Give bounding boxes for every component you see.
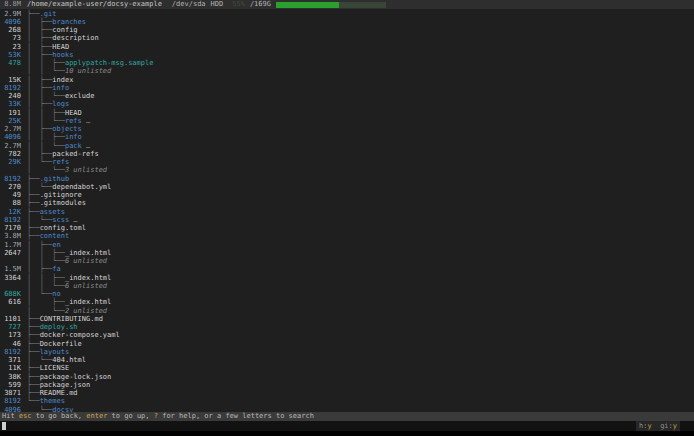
tree-row[interactable]: 1.7M│ ├──en xyxy=(0,241,694,249)
tree-row[interactable]: 46├──Dockerfile xyxy=(0,340,694,348)
tree-branch: │ ├── xyxy=(27,18,52,26)
file-name: _index.html xyxy=(65,298,111,306)
tree-row[interactable]: 2.9M├──.git xyxy=(0,10,694,18)
tree-row[interactable]: 23│ ├──HEAD xyxy=(0,43,694,51)
tree-row[interactable]: 191│ │ ├──HEAD xyxy=(0,109,694,117)
tree-branch: ├── xyxy=(27,191,40,199)
tree-row[interactable]: 25K│ │ └──refs … xyxy=(0,117,694,125)
tree-branch: │ │ └── xyxy=(27,142,65,150)
tree-branch: │ ├── xyxy=(27,241,52,249)
tree-row[interactable]: 3364│ │ ├──_index.html xyxy=(0,274,694,282)
file-size xyxy=(0,166,21,174)
tree-row[interactable]: │ └──2 unlisted xyxy=(0,307,694,315)
file-size: 4096 xyxy=(0,18,21,26)
tree-branch: │ └── xyxy=(27,356,52,364)
tree-branch: │ └── xyxy=(27,307,65,315)
dir-name: .github xyxy=(40,175,70,183)
tree-row[interactable]: 4096│ │ ├──info xyxy=(0,133,694,141)
tree-row[interactable]: 371│ └──404.html xyxy=(0,356,694,364)
unlisted-label: 6 unlisted xyxy=(65,282,107,290)
tree-row[interactable]: 33K│ ├──logs xyxy=(0,100,694,108)
tree-row[interactable]: 38K├──package-lock.json xyxy=(0,373,694,381)
tree-row[interactable]: 2.7M│ ├──objects xyxy=(0,125,694,133)
tree-row[interactable]: 1.5M│ ├──fa xyxy=(0,265,694,273)
tree-row[interactable]: 8192├──.github xyxy=(0,175,694,183)
file-size xyxy=(0,307,21,315)
file-tree: 2.9M├──.git4096│ ├──branches268│ ├──conf… xyxy=(0,9,694,414)
tree-row[interactable]: 478│ │ ├──applypatch-msg.sample xyxy=(0,59,694,67)
status-hint: for help, or a few letters to search xyxy=(158,412,314,420)
file-size: 478 xyxy=(0,59,21,67)
file-size: 8192 xyxy=(0,216,21,224)
dir-name: en xyxy=(52,241,60,249)
tree-row[interactable]: 3871├──README.md xyxy=(0,389,694,397)
tree-row[interactable]: 3.8M├──content xyxy=(0,232,694,240)
file-size: 8192 xyxy=(0,175,21,183)
tree-row[interactable]: 12K├──assets xyxy=(0,208,694,216)
key-hint: enter xyxy=(86,412,107,420)
tree-branch: ├── xyxy=(27,373,40,381)
tree-row[interactable]: 727├──deploy.sh xyxy=(0,323,694,331)
tree-row[interactable]: 29K│ └──refs xyxy=(0,158,694,166)
file-size: 49 xyxy=(0,191,21,199)
file-size: 8192 xyxy=(0,397,21,405)
dir-name: no xyxy=(52,290,60,298)
tree-row[interactable]: 8192│ ├──info xyxy=(0,84,694,92)
tree-branch: │ ├── xyxy=(27,125,52,133)
tree-branch: ├── xyxy=(27,340,40,348)
tree-row[interactable]: 53K│ ├──hooks xyxy=(0,51,694,59)
status-hint: to go back, xyxy=(32,412,87,420)
file-size xyxy=(0,67,21,75)
tree-row[interactable]: │ │ └──6 unlisted xyxy=(0,257,694,265)
tree-row[interactable]: 616│ ├──_index.html xyxy=(0,298,694,306)
truncation-ellipsis: … xyxy=(82,142,90,150)
tree-row[interactable]: 8192│ └──scss … xyxy=(0,216,694,224)
tree-row[interactable]: 4096│ ├──branches xyxy=(0,18,694,26)
tree-row[interactable]: 88├──.gitmodules xyxy=(0,199,694,207)
tree-row[interactable]: │ │ └──6 unlisted xyxy=(0,282,694,290)
unlisted-label: 2 unlisted xyxy=(65,307,107,315)
device-type: HDD xyxy=(211,0,224,9)
header-row[interactable]: 8.8M /home/example-user/docsy-example /d… xyxy=(0,0,694,9)
file-size: 616 xyxy=(0,298,21,306)
file-size: 29K xyxy=(0,158,21,166)
tree-row[interactable]: 782│ ├──packed-refs xyxy=(0,150,694,158)
search-input[interactable]: h:y gi:y xyxy=(0,421,694,431)
disk-info: /dev/sda HDD 55% /169G xyxy=(172,0,386,9)
tree-row[interactable]: 240│ │ └──exclude xyxy=(0,92,694,100)
tree-row[interactable]: 73│ ├──description xyxy=(0,34,694,42)
file-size: 25K xyxy=(0,117,21,125)
status-bar: Hit esc to go back, enter to go up, ? fo… xyxy=(0,412,694,421)
tree-row[interactable]: 173├──docker-compose.yaml xyxy=(0,331,694,339)
file-size xyxy=(0,282,21,290)
file-size: 240 xyxy=(0,92,21,100)
tree-row[interactable]: │ │ └──10 unlisted xyxy=(0,67,694,75)
file-size: 11K xyxy=(0,364,21,372)
tree-row[interactable]: 1101├──CONTRIBUTING.md xyxy=(0,315,694,323)
tree-row[interactable]: 270│ └──dependabot.yml xyxy=(0,183,694,191)
tree-row[interactable]: 8192└──themes xyxy=(0,397,694,405)
tree-row[interactable]: 8192├──layouts xyxy=(0,348,694,356)
tree-branch: ├── xyxy=(27,364,40,372)
file-name: CONTRIBUTING.md xyxy=(40,315,103,323)
tree-row[interactable]: 2647│ │ ├──_index.html xyxy=(0,249,694,257)
tree-row[interactable]: 11K├──LICENSE xyxy=(0,364,694,372)
tree-row[interactable]: 15K│ ├──index xyxy=(0,76,694,84)
tree-branch: │ ├── xyxy=(27,51,52,59)
dir-name: branches xyxy=(52,18,86,26)
file-size: 33K xyxy=(0,100,21,108)
tree-row[interactable]: 2.7M│ │ └──pack … xyxy=(0,142,694,150)
dir-name: pack xyxy=(65,142,82,150)
text-cursor xyxy=(2,422,6,430)
tree-row[interactable]: │ └──3 unlisted xyxy=(0,166,694,174)
file-size: 2647 xyxy=(0,249,21,257)
unlisted-label: 6 unlisted xyxy=(65,257,107,265)
tree-row[interactable]: 599├──package.json xyxy=(0,381,694,389)
file-name: packed-refs xyxy=(52,150,98,158)
tree-row[interactable]: 688K│ └──no xyxy=(0,290,694,298)
tree-row[interactable]: 268│ ├──config xyxy=(0,26,694,34)
tree-branch: ├── xyxy=(27,348,40,356)
tree-row[interactable]: 7170├──config.toml xyxy=(0,224,694,232)
tree-row[interactable]: 49├──.gitignore xyxy=(0,191,694,199)
tree-branch: │ │ └── xyxy=(27,67,65,75)
